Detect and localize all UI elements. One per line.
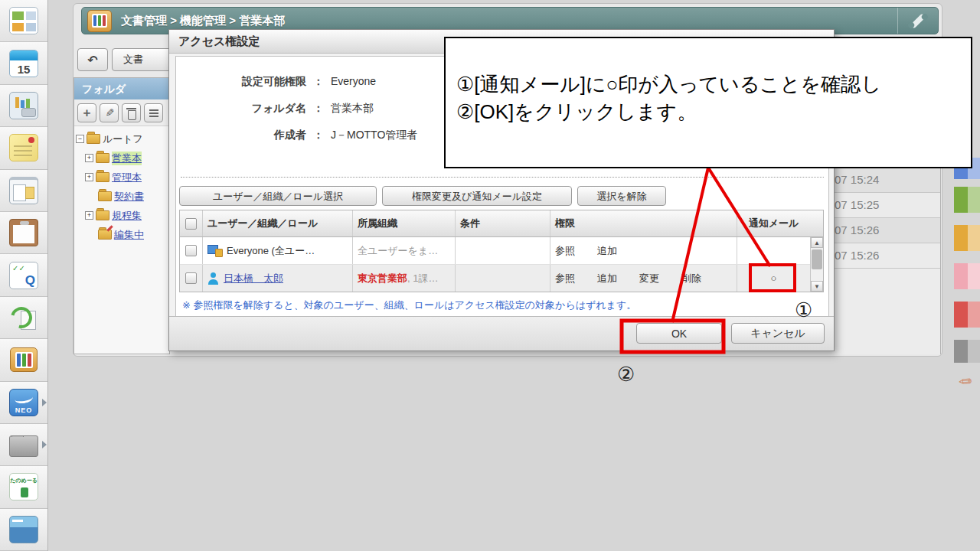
tree-item-label[interactable]: 営業本 [112,152,142,165]
field-separator: ： [313,75,324,87]
select-all-checkbox[interactable] [185,218,197,230]
ok-button[interactable]: OK [636,323,722,344]
document-row[interactable]: 07 15:24 [832,168,940,193]
sidebar-item-document-management[interactable] [0,339,47,381]
tree-item-label[interactable]: 規程集 [112,209,142,223]
label-color-orange[interactable] [954,225,980,251]
label-color-green[interactable] [954,187,980,213]
wrench-icon [910,13,926,29]
sidebar-item-clipboard[interactable] [0,212,47,254]
column-header-notify: 通知メール [737,210,810,236]
annotation-marker-2: ② [617,363,635,386]
sidebar-item-memo[interactable] [0,127,47,169]
tree-item-root[interactable]: −ルートフ [76,129,169,148]
app-sidebar: 15 NEO たのめーる [0,0,48,551]
column-header-name: ユーザー／組織／ロール [203,210,353,236]
chevron-right-icon [42,399,47,406]
field-value: Everyone [331,75,376,87]
delete-folder-button[interactable] [122,103,141,122]
document-management-binders-icon [87,10,112,32]
bulletin-board-icon [9,177,38,204]
permissions-table: ユーザー／組織／ロール 所属組織 条件 権限 通知メール Everyone (全… [179,210,824,292]
pencil-icon[interactable]: ✎ [954,370,976,392]
tree-item-contracts[interactable]: 契約書 [76,187,169,206]
collapse-icon[interactable]: − [76,135,84,143]
column-header-org: 所属組織 [353,210,456,236]
notify-mail-cell [737,237,810,264]
tree-item-admin[interactable]: +管理本 [76,168,169,187]
expand-icon[interactable]: + [85,211,93,220]
clipboard-icon [9,219,38,246]
breadcrumb: 文書管理 > 機能管理 > 営業本部 [121,14,285,28]
user-icon [207,272,220,285]
edit-folder-button[interactable] [100,103,119,122]
tree-item-label[interactable]: 管理本 [112,171,142,184]
app-root: 15 NEO たのめーる 文書管理 > 機能管理 > 営業本部 ↶ 文書 フォル… [0,0,980,551]
row-org: 全ユーザーをま… [358,244,438,258]
row-checkbox[interactable] [185,272,197,284]
row-checkbox[interactable] [185,245,197,256]
dialog-footer: OK キャンセル [169,316,834,350]
sidebar-item-portal[interactable] [0,0,47,42]
tree-item-label: ルートフ [103,132,143,146]
portal-icon [9,7,38,34]
sidebar-item-folder-app[interactable] [0,424,47,466]
folder-icon [87,134,100,144]
tree-item-sales[interactable]: +営業本 [76,148,169,168]
select-user-org-role-button[interactable]: ユーザー／組織／ロール選択 [179,186,377,206]
permission-add: 追加 [597,272,639,285]
label-color-pink[interactable] [954,263,980,289]
neo-icon: NEO [9,389,38,416]
back-button[interactable]: ↶ [77,48,108,71]
sidebar-item-circulation[interactable] [0,297,47,339]
expand-icon[interactable]: + [85,173,93,181]
clear-selection-button[interactable]: 選択を解除 [577,186,666,206]
chevron-right-icon [42,441,47,448]
sidebar-item-banner[interactable] [0,509,47,551]
table-scrollbar[interactable]: ▲ ▼ [810,237,823,292]
column-header-condition: 条件 [456,210,550,236]
user-name-link[interactable]: 日本橋 太郎 [224,272,283,285]
document-create-button[interactable]: 文書 [112,48,176,71]
cancel-button[interactable]: キャンセル [731,323,825,344]
change-permission-notify-button[interactable]: 権限変更及び通知メール設定 [382,186,572,206]
everyone-group-icon [207,245,223,257]
sidebar-item-tanomeru[interactable]: たのめーる [0,466,47,508]
sidebar-item-neo[interactable]: NEO [0,382,47,424]
document-create-label: 文書 [123,54,143,65]
tree-item-label[interactable]: 編集中 [114,228,144,242]
table-row-everyone[interactable]: Everyone (全ユー… 全ユーザーをま… 参照 追加 [180,237,823,265]
row-condition [456,265,550,292]
document-row[interactable]: 07 15:26 [832,218,940,243]
tanomeru-icon: たのめーる [9,473,38,500]
tree-item-rules[interactable]: +規程集 [76,206,169,225]
tree-item-label[interactable]: 契約書 [114,190,144,204]
scroll-up-icon[interactable]: ▲ [811,237,823,248]
sidebar-item-bulletin-board[interactable] [0,170,47,212]
sidebar-item-presentation[interactable] [0,85,47,127]
table-row-user[interactable]: 日本橋 太郎 東京営業部, 1課… 参照 追加 変更 削除 ○ [180,265,823,292]
field-label: 設定可能権限 [207,75,306,89]
label-color-red[interactable] [954,302,980,328]
settings-button[interactable] [897,8,938,34]
folder-tree: −ルートフ +営業本 +管理本 契約書 +規程集 編集中 [74,126,169,244]
sidebar-item-survey[interactable] [0,254,47,296]
scroll-thumb[interactable] [812,249,822,269]
sidebar-item-calendar[interactable]: 15 [0,42,47,84]
document-row[interactable]: 07 15:25 [832,193,940,218]
add-folder-button[interactable] [77,103,96,122]
folder-app-icon [9,435,38,457]
document-row[interactable]: 07 15:26 [832,243,940,269]
dialog-note: ※ 参照権限を解除すると、対象のユーザー、組織、ロールはアクセス権設定の対象から… [182,298,822,312]
label-color-gray[interactable] [954,340,980,363]
tree-item-editing[interactable]: 編集中 [76,225,169,244]
row-org-suffix: , 1課… [407,272,438,285]
dialog-action-buttons: ユーザー／組織／ロール選択 権限変更及び通知メール設定 選択を解除 [179,186,666,206]
folder-icon [98,191,112,201]
scroll-down-icon[interactable]: ▼ [811,281,823,292]
folder-list-button[interactable] [144,103,163,122]
field-separator: ： [313,102,324,114]
document-timestamp: 07 15:24 [835,173,879,186]
expand-icon[interactable]: + [85,154,93,162]
row-condition [456,237,550,264]
